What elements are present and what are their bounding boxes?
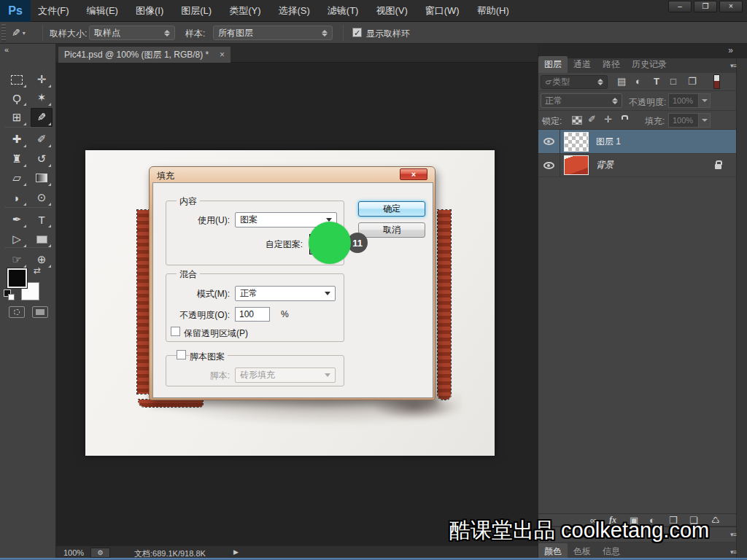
menu-select[interactable]: 选择(S) [278,4,309,18]
move-icon: ✛ [37,73,47,86]
swap-colors-icon[interactable]: ⇄ [34,265,41,276]
tab-history[interactable]: 历史记录 [626,56,673,73]
tool-gradient[interactable] [31,168,53,187]
expand-dock-icon[interactable]: » [728,45,733,55]
fill-arrow-icon[interactable] [699,113,711,128]
tool-eyedropper[interactable]: ✎ [31,108,53,127]
tool-pen[interactable]: ✒ [6,210,28,229]
mode-select[interactable]: 正常 [235,286,336,301]
eraser-icon: ▱ [12,171,21,184]
blend-mode-select[interactable]: 正常 [541,93,622,108]
layer-row-layer1[interactable]: 图层 1 [538,130,736,153]
filter-smart-objects-icon[interactable]: ❐ [688,76,697,87]
menu-help[interactable]: 帮助(H) [477,4,509,18]
menu-type[interactable]: 类型(Y) [229,4,260,18]
menu-image[interactable]: 图像(I) [136,4,163,18]
show-sampling-ring-checkbox[interactable]: ✓ [352,28,362,37]
quick-mask-button[interactable] [9,306,25,318]
filter-pixel-layers-icon[interactable]: ▤ [617,76,626,87]
tool-healing-brush[interactable]: ✚ [6,130,28,149]
tool-blur[interactable]: ◗ [6,188,28,207]
panel-menu-icon[interactable]: ▾≡ [730,531,736,538]
tool-brush[interactable]: ✐ [31,130,53,149]
opacity-value[interactable]: 100% [668,93,699,108]
tab-layers[interactable]: 图层 [538,56,568,73]
marquee-icon [11,75,23,85]
screen-mode-button[interactable] [32,306,48,318]
tool-crop[interactable]: ⊞ [6,108,28,127]
filter-toggle[interactable] [713,74,720,89]
tool-path-selection[interactable]: ▷ [6,230,28,249]
scripted-patterns-checkbox[interactable] [177,350,186,359]
close-tab-icon[interactable]: × [220,50,225,60]
selection-right-edge [438,210,451,400]
status-arrow-icon[interactable]: ▶ [233,548,239,556]
close-button[interactable]: × [719,1,743,12]
tool-lasso[interactable]: Ϙ [6,88,28,107]
cancel-button[interactable]: 取消 [358,222,425,238]
visibility-eye-icon[interactable] [543,138,554,145]
menu-bar: Ps 文件(F) 编辑(E) 图像(I) 图层(L) 类型(Y) 选择(S) 滤… [0,0,747,22]
tool-history-brush[interactable]: ↺ [31,149,53,168]
preserve-transparency-checkbox[interactable] [171,327,180,336]
filter-kind-select[interactable]: ρ 类型 [541,75,608,89]
delete-layer-icon[interactable]: ♺ [711,515,720,526]
tool-move[interactable]: ✛ [31,70,53,89]
tool-shape[interactable] [31,230,53,249]
canvas-area: Pic41.psd @ 100% (图层 1, RGB/8) * × 填充 × … [56,44,538,560]
window-controls: – ❐ × [668,1,743,12]
lock-pixels-icon[interactable]: ✐ [588,114,596,125]
zoom-level[interactable]: 100% [63,548,84,557]
layer1-thumbnail[interactable] [564,132,589,152]
divider [560,130,560,153]
background-thumbnail[interactable] [564,155,589,175]
tool-magic-wand[interactable]: ✶ [31,88,53,107]
dialog-close-button[interactable]: × [400,168,427,180]
fill-value[interactable]: 100% [668,113,699,128]
tool-hand[interactable]: ☞ [6,250,28,269]
panel-menu-icon[interactable]: ▾≡ [730,548,736,556]
layer-name[interactable]: 图层 1 [596,136,621,148]
minimize-button[interactable]: – [668,1,692,12]
layer-row-background[interactable]: 背景 [538,153,736,176]
divider [42,25,43,41]
filter-adjustment-layers-icon[interactable]: ◐ [635,76,641,87]
tool-dodge[interactable]: ⊙ [31,188,53,207]
collapse-panel-icon[interactable]: « [0,45,55,57]
mode-value: 正常 [240,287,258,300]
magic-wand-icon: ✶ [37,91,47,104]
lock-position-icon[interactable]: ✛ [604,114,612,125]
lock-row: 锁定: ✐ ✛ 填充: 100% [538,111,736,130]
tool-type[interactable]: T [31,210,53,229]
opacity-input[interactable]: 100 [235,307,270,322]
status-options-icon[interactable]: ⚙ [90,548,110,558]
tab-paths[interactable]: 路径 [597,56,626,73]
foreground-color-swatch[interactable] [7,268,27,288]
lock-transparency-icon[interactable] [572,116,582,125]
document-tab[interactable]: Pic41.psd @ 100% (图层 1, RGB/8) * × [58,46,231,63]
menu-filter[interactable]: 滤镜(T) [328,4,359,18]
menu-file[interactable]: 文件(F) [38,4,69,18]
menu-layer[interactable]: 图层(L) [181,4,212,18]
divider [343,25,344,41]
opacity-label: 不透明度: [629,96,666,109]
visibility-eye-icon[interactable] [543,162,554,169]
sample-size-select[interactable]: 取样点 [89,26,175,40]
filter-shape-layers-icon[interactable]: □ [670,76,676,87]
opacity-arrow-icon[interactable] [699,93,711,108]
menu-view[interactable]: 视图(V) [376,4,407,18]
tool-clone-stamp[interactable]: ♜ [6,149,28,168]
tool-rectangular-marquee[interactable] [6,70,28,89]
ok-button[interactable]: 确定 [358,201,425,217]
blend-group-label: 混合 [177,268,200,281]
filter-type-layers-icon[interactable]: T [654,76,659,87]
tool-preset[interactable]: ✎ ▾ [12,25,38,41]
tool-eraser[interactable]: ▱ [6,168,28,187]
panel-menu-icon[interactable]: ▾≡ [730,62,736,69]
sample-select[interactable]: 所有图层 [213,26,333,40]
tab-channels[interactable]: 通道 [568,56,597,73]
menu-edit[interactable]: 编辑(E) [87,4,118,18]
restore-button[interactable]: ❐ [694,1,717,12]
layer-name[interactable]: 背景 [596,159,614,171]
menu-window[interactable]: 窗口(W) [425,4,460,18]
